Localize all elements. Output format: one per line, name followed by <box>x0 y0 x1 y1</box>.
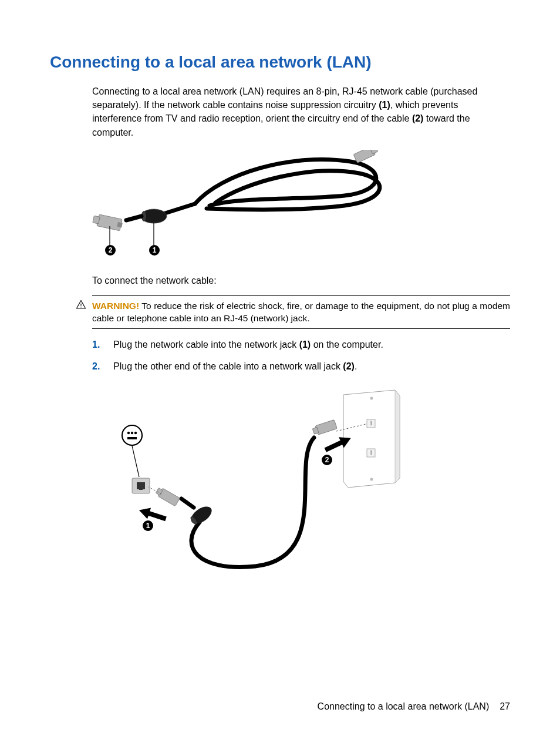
svg-point-30 <box>127 432 130 434</box>
step-2-pre: Plug the other end of the cable into a n… <box>113 361 343 371</box>
warning-text: To reduce the risk of electric shock, fi… <box>92 301 510 324</box>
step-1-text: Plug the network cable into the network … <box>113 338 383 351</box>
step-1-post: on the computer. <box>311 340 383 350</box>
svg-point-12 <box>370 396 373 399</box>
svg-text:⦀: ⦀ <box>370 449 373 456</box>
svg-line-34 <box>132 446 139 477</box>
svg-rect-7 <box>117 222 122 227</box>
warning-label: WARNING! <box>92 301 139 311</box>
warning-box: WARNING! To reduce the risk of electric … <box>92 295 510 329</box>
document-page: Connecting to a local area network (LAN)… <box>0 0 560 746</box>
svg-point-29 <box>122 425 142 445</box>
cable-illustration-2: ⦀ ⦀ <box>109 381 414 587</box>
svg-text:⦀: ⦀ <box>370 419 373 426</box>
step-list: 1. Plug the network cable into the netwo… <box>92 338 510 373</box>
callout-2-badge: 2 <box>105 245 116 256</box>
svg-point-11 <box>80 307 82 308</box>
callout-1-badge: 1 <box>149 245 160 256</box>
svg-rect-27 <box>139 487 143 490</box>
svg-rect-33 <box>127 437 137 439</box>
page-footer: Connecting to a local area network (LAN)… <box>318 701 510 712</box>
intro-bold2: (2) <box>412 113 424 123</box>
page-heading: Connecting to a local area network (LAN) <box>50 53 510 72</box>
sub-intro: To connect the network cable: <box>92 275 510 286</box>
footer-page-number: 27 <box>500 701 510 712</box>
step-2-number: 2. <box>92 360 103 373</box>
callout-1-badge-img2: 1 <box>143 520 153 531</box>
step-1-bold: (1) <box>299 340 311 350</box>
step-2-text: Plug the other end of the cable into a n… <box>113 360 357 373</box>
footer-title: Connecting to a local area network (LAN) <box>318 701 490 712</box>
intro-bold1: (1) <box>379 100 390 110</box>
step-2-bold: (2) <box>343 361 355 371</box>
callout-2-badge-img2: 2 <box>322 455 332 465</box>
step-1-pre: Plug the network cable into the network … <box>113 340 299 350</box>
svg-point-13 <box>370 478 373 480</box>
svg-rect-6 <box>93 216 100 224</box>
step-1: 1. Plug the network cable into the netwo… <box>92 338 510 351</box>
step-2: 2. Plug the other end of the cable into … <box>92 360 510 373</box>
svg-point-31 <box>131 432 133 434</box>
intro-paragraph: Connecting to a local area network (LAN)… <box>92 85 510 139</box>
step-1-number: 1. <box>92 338 103 351</box>
svg-point-32 <box>134 432 137 434</box>
warning-icon <box>76 300 86 310</box>
cable-illustration-1: 2 1 <box>92 150 386 260</box>
step-2-post: . <box>355 361 357 371</box>
